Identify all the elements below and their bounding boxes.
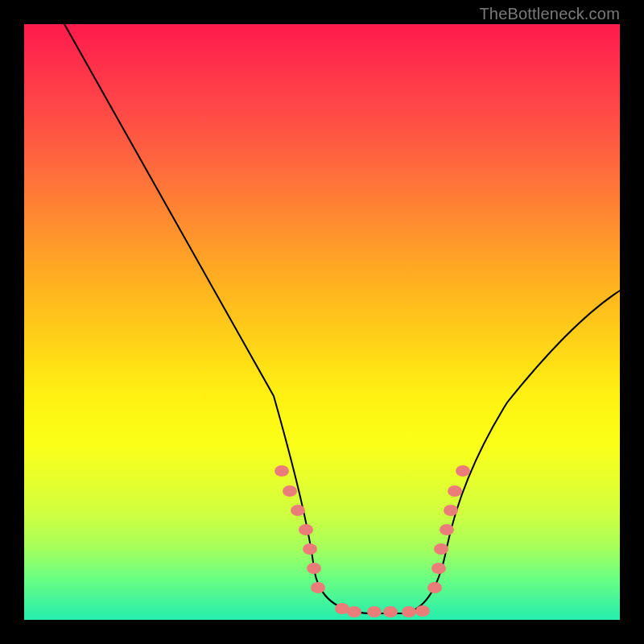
dot — [367, 606, 382, 617]
dot — [291, 505, 305, 516]
dot — [440, 524, 454, 535]
watermark-text: TheBottleneck.com — [479, 5, 620, 23]
dot — [307, 563, 321, 574]
dot — [431, 563, 446, 574]
dot — [283, 485, 297, 497]
curve-svg — [24, 24, 620, 620]
dot — [303, 543, 317, 555]
dot — [444, 505, 458, 516]
chart-frame: TheBottleneck.com — [0, 0, 644, 644]
dot — [415, 605, 430, 617]
dot — [299, 524, 313, 535]
dot — [311, 582, 325, 593]
dot — [427, 582, 442, 593]
bottleneck-curve — [64, 24, 620, 613]
dot — [347, 606, 361, 617]
curve-dots — [275, 465, 470, 617]
dot — [275, 465, 289, 477]
dot — [448, 485, 462, 497]
plot-area — [24, 24, 620, 620]
dot — [402, 606, 416, 617]
dot — [434, 543, 448, 555]
dot — [383, 606, 398, 617]
dot — [456, 465, 470, 477]
